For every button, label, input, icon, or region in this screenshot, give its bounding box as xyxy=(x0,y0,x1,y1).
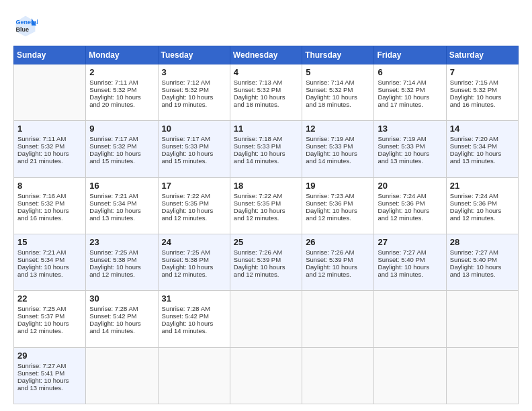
cell-line: Daylight: 10 hours xyxy=(306,207,370,214)
day-number: 23 xyxy=(89,237,154,247)
cell-line: Sunrise: 7:16 AM xyxy=(17,192,82,199)
cell-line: Sunrise: 7:11 AM xyxy=(17,135,82,142)
calendar-cell: 18Sunrise: 7:22 AMSunset: 5:35 PMDayligh… xyxy=(230,177,302,234)
cell-line: Daylight: 10 hours xyxy=(89,207,154,214)
cell-line: Daylight: 10 hours xyxy=(450,263,515,271)
cell-line: Sunset: 5:36 PM xyxy=(378,199,442,207)
cell-line: Sunset: 5:35 PM xyxy=(162,199,226,207)
cell-line: Daylight: 10 hours xyxy=(17,377,82,384)
day-number: 8 xyxy=(17,181,82,191)
day-number: 5 xyxy=(306,67,370,77)
cell-line: Sunrise: 7:11 AM xyxy=(89,79,154,86)
day-number: 27 xyxy=(378,237,442,247)
cell-line: Sunrise: 7:27 AM xyxy=(450,248,515,256)
calendar-cell xyxy=(302,347,374,404)
cell-line: Daylight: 10 hours xyxy=(234,150,298,157)
calendar-week-row: 2Sunrise: 7:11 AMSunset: 5:32 PMDaylight… xyxy=(14,64,519,121)
cell-line: Daylight: 10 hours xyxy=(89,93,154,101)
cell-line: Daylight: 10 hours xyxy=(162,150,226,157)
cell-line: Sunrise: 7:24 AM xyxy=(450,192,515,199)
calendar-cell xyxy=(14,64,86,121)
cell-line: Daylight: 10 hours xyxy=(17,320,82,327)
cell-line: and 15 minutes. xyxy=(89,157,154,165)
cell-line: Sunrise: 7:25 AM xyxy=(89,248,154,256)
day-number: 6 xyxy=(378,67,442,77)
calendar-cell: 3Sunrise: 7:12 AMSunset: 5:32 PMDaylight… xyxy=(158,64,230,121)
day-number: 31 xyxy=(162,293,226,304)
cell-line: Sunset: 5:32 PM xyxy=(17,199,82,207)
weekday-header-row: SundayMondayTuesdayWednesdayThursdayFrid… xyxy=(14,46,519,64)
calendar-week-row: 1Sunrise: 7:11 AMSunset: 5:32 PMDaylight… xyxy=(14,121,519,177)
cell-line: Sunset: 5:34 PM xyxy=(450,142,515,150)
calendar-cell: 31Sunrise: 7:28 AMSunset: 5:42 PMDayligh… xyxy=(158,291,230,347)
cell-line: Sunrise: 7:28 AM xyxy=(162,305,226,312)
cell-line: Daylight: 10 hours xyxy=(162,93,226,101)
calendar-cell: 14Sunrise: 7:20 AMSunset: 5:34 PMDayligh… xyxy=(446,121,518,177)
cell-line: Sunset: 5:32 PM xyxy=(162,86,226,93)
cell-line: Sunset: 5:34 PM xyxy=(17,256,82,263)
cell-line: Sunrise: 7:17 AM xyxy=(89,135,154,142)
calendar-table: SundayMondayTuesdayWednesdayThursdayFrid… xyxy=(13,46,519,404)
day-number: 2 xyxy=(89,67,154,77)
cell-line: Sunset: 5:40 PM xyxy=(378,256,442,263)
calendar-cell: 17Sunrise: 7:22 AMSunset: 5:35 PMDayligh… xyxy=(158,177,230,234)
cell-line: Sunset: 5:41 PM xyxy=(17,369,82,377)
cell-line: Daylight: 10 hours xyxy=(378,207,442,214)
calendar-cell: 22Sunrise: 7:25 AMSunset: 5:37 PMDayligh… xyxy=(14,291,86,347)
cell-line: and 14 minutes. xyxy=(162,327,226,334)
calendar-cell: 23Sunrise: 7:25 AMSunset: 5:38 PMDayligh… xyxy=(86,234,158,290)
calendar-cell: 26Sunrise: 7:26 AMSunset: 5:39 PMDayligh… xyxy=(302,234,374,290)
cell-line: Daylight: 10 hours xyxy=(162,263,226,271)
cell-line: Sunrise: 7:27 AM xyxy=(378,248,442,256)
day-number: 24 xyxy=(162,237,226,247)
calendar-cell: 5Sunrise: 7:14 AMSunset: 5:32 PMDaylight… xyxy=(302,64,374,121)
logo: General Blue xyxy=(13,13,42,38)
cell-line: Daylight: 10 hours xyxy=(450,93,515,101)
day-number: 14 xyxy=(450,124,515,134)
cell-line: Sunset: 5:33 PM xyxy=(162,142,226,150)
calendar-cell: 9Sunrise: 7:17 AMSunset: 5:32 PMDaylight… xyxy=(86,121,158,177)
day-number: 19 xyxy=(306,181,370,191)
cell-line: Daylight: 10 hours xyxy=(378,263,442,271)
cell-line: Daylight: 10 hours xyxy=(17,207,82,214)
day-number: 13 xyxy=(378,124,442,134)
weekday-header-wednesday: Wednesday xyxy=(230,46,302,64)
cell-line: Sunset: 5:32 PM xyxy=(450,86,515,93)
calendar-cell: 15Sunrise: 7:21 AMSunset: 5:34 PMDayligh… xyxy=(14,234,86,290)
cell-line: Daylight: 10 hours xyxy=(89,263,154,271)
cell-line: Sunset: 5:37 PM xyxy=(17,312,82,320)
cell-line: Sunrise: 7:17 AM xyxy=(162,135,226,142)
calendar-cell: 6Sunrise: 7:14 AMSunset: 5:32 PMDaylight… xyxy=(374,64,446,121)
cell-line: Sunset: 5:33 PM xyxy=(378,142,442,150)
calendar-cell xyxy=(302,291,374,347)
calendar-cell: 12Sunrise: 7:19 AMSunset: 5:33 PMDayligh… xyxy=(302,121,374,177)
calendar-cell: 4Sunrise: 7:13 AMSunset: 5:32 PMDaylight… xyxy=(230,64,302,121)
weekday-header-monday: Monday xyxy=(86,46,158,64)
day-number: 17 xyxy=(162,181,226,191)
cell-line: and 21 minutes. xyxy=(17,157,82,165)
calendar-cell xyxy=(230,347,302,404)
calendar-cell xyxy=(374,347,446,404)
cell-line: Sunset: 5:32 PM xyxy=(89,142,154,150)
cell-line: and 20 minutes. xyxy=(89,101,154,108)
cell-line: and 12 minutes. xyxy=(17,327,82,334)
logo-icon: General Blue xyxy=(13,13,38,38)
day-number: 21 xyxy=(450,181,515,191)
weekday-header-tuesday: Tuesday xyxy=(158,46,230,64)
cell-line: Sunrise: 7:25 AM xyxy=(162,248,226,256)
cell-line: Sunrise: 7:13 AM xyxy=(234,79,298,86)
cell-line: Daylight: 10 hours xyxy=(234,93,298,101)
calendar-cell: 21Sunrise: 7:24 AMSunset: 5:36 PMDayligh… xyxy=(446,177,518,234)
day-number: 7 xyxy=(450,67,515,77)
cell-line: Daylight: 10 hours xyxy=(17,150,82,157)
cell-line: and 12 minutes. xyxy=(234,214,298,222)
day-number: 20 xyxy=(378,181,442,191)
cell-line: Sunset: 5:39 PM xyxy=(234,256,298,263)
cell-line: and 12 minutes. xyxy=(378,214,442,222)
day-number: 11 xyxy=(234,124,298,134)
day-number: 3 xyxy=(162,67,226,77)
cell-line: and 18 minutes. xyxy=(234,101,298,108)
cell-line: Sunset: 5:32 PM xyxy=(378,86,442,93)
cell-line: Sunrise: 7:14 AM xyxy=(378,79,442,86)
cell-line: and 17 minutes. xyxy=(378,101,442,108)
